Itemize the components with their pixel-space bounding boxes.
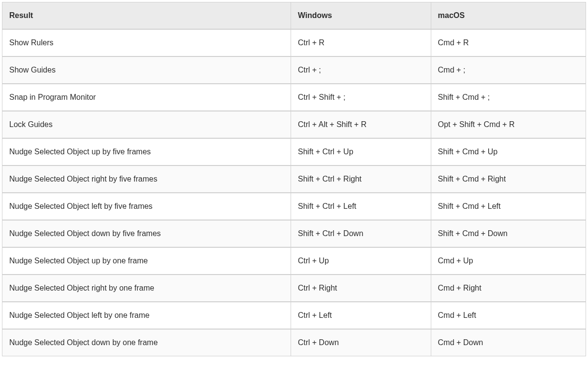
cell-windows: Ctrl + ;: [291, 57, 431, 84]
table-row: Lock Guides Ctrl + Alt + Shift + R Opt +…: [2, 111, 586, 139]
cell-macos: Cmd + Left: [431, 302, 586, 330]
table-row: Nudge Selected Object down by five frame…: [2, 221, 586, 248]
cell-result: Nudge Selected Object right by five fram…: [2, 166, 291, 193]
cell-result: Nudge Selected Object down by one frame: [2, 330, 291, 356]
cell-windows: Ctrl + Right: [291, 275, 431, 302]
shortcuts-table: Result Windows macOS Show Rulers Ctrl + …: [2, 2, 586, 356]
table-row: Nudge Selected Object left by one frame …: [2, 302, 586, 330]
cell-result: Snap in Program Monitor: [2, 84, 291, 111]
table-row: Nudge Selected Object up by five frames …: [2, 139, 586, 166]
cell-windows: Ctrl + Down: [291, 330, 431, 356]
cell-macos: Cmd + R: [431, 30, 586, 57]
table-row: Nudge Selected Object up by one frame Ct…: [2, 248, 586, 275]
cell-result: Nudge Selected Object up by five frames: [2, 139, 291, 166]
table-row: Show Rulers Ctrl + R Cmd + R: [2, 30, 586, 57]
cell-macos: Shift + Cmd + Up: [431, 139, 586, 166]
cell-macos: Cmd + Right: [431, 275, 586, 302]
table-body: Show Rulers Ctrl + R Cmd + R Show Guides…: [2, 30, 586, 356]
cell-macos: Shift + Cmd + Left: [431, 193, 586, 221]
cell-macos: Opt + Shift + Cmd + R: [431, 111, 586, 139]
cell-windows: Shift + Ctrl + Right: [291, 166, 431, 193]
cell-result: Nudge Selected Object left by five frame…: [2, 193, 291, 221]
cell-windows: Shift + Ctrl + Left: [291, 193, 431, 221]
cell-windows: Ctrl + Left: [291, 302, 431, 330]
table-row: Nudge Selected Object right by one frame…: [2, 275, 586, 302]
cell-result: Nudge Selected Object down by five frame…: [2, 221, 291, 248]
cell-windows: Ctrl + Alt + Shift + R: [291, 111, 431, 139]
table-row: Snap in Program Monitor Ctrl + Shift + ;…: [2, 84, 586, 111]
cell-result: Nudge Selected Object left by one frame: [2, 302, 291, 330]
cell-windows: Ctrl + Up: [291, 248, 431, 275]
header-result: Result: [2, 2, 291, 30]
table-row: Show Guides Ctrl + ; Cmd + ;: [2, 57, 586, 84]
cell-windows: Ctrl + Shift + ;: [291, 84, 431, 111]
cell-macos: Cmd + Up: [431, 248, 586, 275]
table-header-row: Result Windows macOS: [2, 2, 586, 30]
cell-result: Show Rulers: [2, 30, 291, 57]
header-macos: macOS: [431, 2, 586, 30]
cell-macos: Cmd + Down: [431, 330, 586, 356]
table-row: Nudge Selected Object right by five fram…: [2, 166, 586, 193]
cell-result: Nudge Selected Object right by one frame: [2, 275, 291, 302]
table-row: Nudge Selected Object left by five frame…: [2, 193, 586, 221]
cell-result: Nudge Selected Object up by one frame: [2, 248, 291, 275]
cell-macos: Shift + Cmd + Right: [431, 166, 586, 193]
cell-macos: Shift + Cmd + Down: [431, 221, 586, 248]
cell-result: Lock Guides: [2, 111, 291, 139]
cell-macos: Cmd + ;: [431, 57, 586, 84]
cell-macos: Shift + Cmd + ;: [431, 84, 586, 111]
cell-windows: Shift + Ctrl + Down: [291, 221, 431, 248]
cell-result: Show Guides: [2, 57, 291, 84]
header-windows: Windows: [291, 2, 431, 30]
cell-windows: Shift + Ctrl + Up: [291, 139, 431, 166]
cell-windows: Ctrl + R: [291, 30, 431, 57]
table-row: Nudge Selected Object down by one frame …: [2, 330, 586, 356]
